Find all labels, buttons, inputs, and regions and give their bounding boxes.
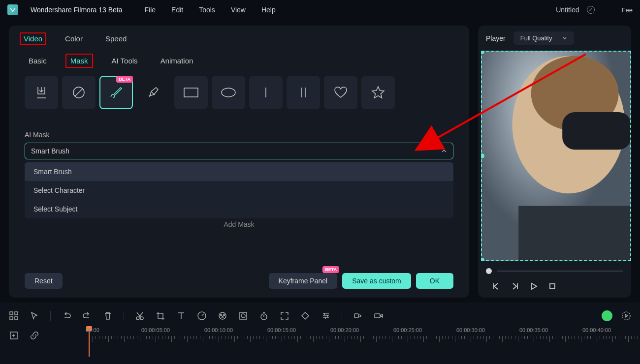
saved-status-icon: ✓ <box>587 6 595 14</box>
record-icon[interactable] <box>374 311 384 321</box>
mask-single-line-icon[interactable] <box>249 76 283 109</box>
mask-pen-icon[interactable] <box>137 76 170 109</box>
svg-rect-15 <box>10 317 13 320</box>
tab-speed[interactable]: Speed <box>101 32 130 45</box>
feedback-button[interactable]: Fee <box>622 6 633 14</box>
add-mask-label: Add Mask <box>9 220 469 231</box>
svg-point-21 <box>221 314 222 316</box>
timer-icon[interactable] <box>259 311 269 321</box>
option-select-character[interactable]: Select Character <box>25 181 453 200</box>
link-icon[interactable] <box>30 331 39 340</box>
mask-heart-icon[interactable] <box>324 76 357 109</box>
mask-none-icon[interactable] <box>62 76 96 109</box>
mask-rectangle-icon[interactable] <box>174 76 208 109</box>
color-icon[interactable] <box>218 311 227 321</box>
properties-panel: Video Color Speed Basic Mask AI Tools An… <box>9 26 469 298</box>
option-select-subject[interactable]: Select Subject <box>25 200 453 218</box>
menu-view[interactable]: View <box>231 6 246 14</box>
app-title: Wondershare Filmora 13 Beta <box>31 6 123 14</box>
svg-line-1 <box>75 89 83 96</box>
ai-mask-dropdown[interactable]: Smart Brush <box>25 143 453 159</box>
tab-video[interactable]: Video <box>20 32 46 45</box>
mask-tool-icon[interactable] <box>238 311 248 321</box>
scrub-bar[interactable] <box>478 261 631 277</box>
time-label: 00:00:05:00 <box>141 327 170 333</box>
svg-rect-13 <box>10 312 13 315</box>
mask-ellipse-icon[interactable] <box>212 76 245 109</box>
svg-point-25 <box>241 314 245 318</box>
delete-icon[interactable] <box>103 311 113 321</box>
timeline: 00:00 00:00:05:00 00:00:10:00 00:00:15:0… <box>0 303 640 364</box>
svg-point-29 <box>622 312 630 320</box>
svg-rect-2 <box>184 88 198 97</box>
svg-rect-28 <box>375 314 380 318</box>
time-label: 00:00:40:00 <box>582 327 611 333</box>
subtab-animation[interactable]: Animation <box>157 55 197 67</box>
ok-button[interactable]: OK <box>416 273 453 289</box>
app-logo <box>7 4 18 15</box>
chevron-up-icon <box>441 148 447 154</box>
time-label: 00:00:35:00 <box>519 327 548 333</box>
player-label: Player <box>486 34 506 42</box>
mask-double-line-icon[interactable] <box>287 76 320 109</box>
layout-icon[interactable] <box>9 311 19 321</box>
undo-icon[interactable] <box>62 311 71 321</box>
subtab-basic[interactable]: Basic <box>25 55 51 67</box>
ai-assistant-icon[interactable] <box>602 310 612 321</box>
time-label: 00:00:10:00 <box>204 327 233 333</box>
top-menu-bar: Wondershare Filmora 13 Beta File Edit To… <box>0 0 640 20</box>
svg-rect-27 <box>354 314 358 318</box>
menu-help[interactable]: Help <box>261 6 276 14</box>
subtab-mask[interactable]: Mask <box>65 54 93 68</box>
cursor-icon[interactable] <box>30 311 39 321</box>
dropdown-selected: Smart Brush <box>31 147 69 155</box>
redo-icon[interactable] <box>82 311 92 321</box>
mask-brush-icon[interactable]: BETA <box>99 76 133 109</box>
keyframe-icon[interactable] <box>300 311 310 321</box>
stop-icon[interactable] <box>548 282 557 291</box>
time-label: 00:00:20:00 <box>330 327 359 333</box>
quality-value: Full Quality <box>520 34 552 42</box>
svg-point-3 <box>222 88 235 97</box>
prev-frame-icon[interactable] <box>492 282 501 291</box>
text-icon[interactable] <box>176 311 186 321</box>
time-label: 00:00:30:00 <box>456 327 485 333</box>
svg-point-23 <box>222 317 224 318</box>
play-icon[interactable] <box>529 282 538 291</box>
expand-icon[interactable] <box>280 311 289 321</box>
cut-icon[interactable] <box>135 311 145 321</box>
adjust-icon[interactable] <box>321 311 331 321</box>
mask-import-icon[interactable] <box>25 76 58 109</box>
document-title: Untitled <box>556 6 579 14</box>
add-track-icon[interactable] <box>9 331 19 340</box>
menu-tools[interactable]: Tools <box>199 6 215 14</box>
crop-icon[interactable] <box>156 311 165 321</box>
reset-button[interactable]: Reset <box>25 273 63 289</box>
timeline-ruler[interactable]: 00:00 00:00:05:00 00:00:10:00 00:00:15:0… <box>83 327 631 347</box>
save-as-custom-button[interactable]: Save as custom <box>342 273 411 289</box>
beta-badge: BETA <box>116 76 133 83</box>
ai-mask-label: AI Mask <box>9 116 469 143</box>
subtab-ai-tools[interactable]: AI Tools <box>108 55 142 67</box>
svg-rect-16 <box>15 317 18 320</box>
quality-dropdown[interactable]: Full Quality <box>513 31 574 45</box>
tab-color[interactable]: Color <box>61 32 87 45</box>
svg-rect-24 <box>240 312 247 319</box>
scrub-handle[interactable] <box>486 268 492 274</box>
time-label: 00:00:15:00 <box>267 327 296 333</box>
keyframe-panel-button[interactable]: Keyframe Panel <box>269 273 338 289</box>
voiceover-icon[interactable] <box>353 311 363 321</box>
ai-mask-dropdown-list: Smart Brush Select Character Select Subj… <box>25 162 453 218</box>
menu-edit[interactable]: Edit <box>171 6 183 14</box>
render-icon[interactable] <box>621 311 631 321</box>
preview-viewport[interactable] <box>481 51 631 261</box>
svg-rect-14 <box>15 312 18 315</box>
svg-rect-12 <box>550 284 555 289</box>
option-smart-brush[interactable]: Smart Brush <box>25 162 453 181</box>
mask-star-icon[interactable] <box>361 76 395 109</box>
step-forward-icon[interactable] <box>511 282 519 291</box>
player-panel: Player Full Quality <box>478 26 631 298</box>
menu-file[interactable]: File <box>145 6 156 14</box>
speed-icon[interactable] <box>197 311 207 321</box>
keyframe-beta-badge: BETA <box>322 266 339 273</box>
